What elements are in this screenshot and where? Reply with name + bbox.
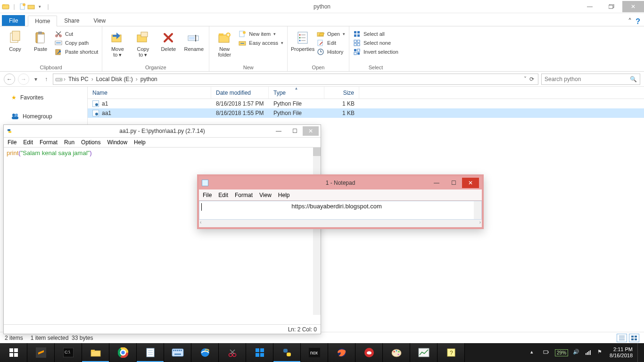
idle-menu-options[interactable]: Options <box>81 139 100 146</box>
paste-shortcut-button[interactable]: Paste shortcut <box>55 48 98 56</box>
address-dropdown-icon[interactable]: ˅ <box>524 76 527 82</box>
tab-file[interactable]: File <box>2 15 25 26</box>
taskbar-sublime[interactable] <box>27 343 55 362</box>
idle-menu-window[interactable]: Window <box>107 139 127 146</box>
idle-minimize-button[interactable]: — <box>271 126 287 136</box>
taskbar-osk[interactable] <box>164 343 191 362</box>
copy-path-button[interactable]: Copy path <box>55 39 98 47</box>
notepad-minimize-button[interactable]: — <box>428 178 445 188</box>
idle-scrollbar[interactable] <box>313 148 321 315</box>
start-button[interactable] <box>0 343 27 362</box>
search-icon[interactable]: 🔍 <box>630 76 637 82</box>
col-modified[interactable]: Date modified <box>211 87 269 99</box>
select-all-button[interactable]: Select all <box>353 30 398 38</box>
easy-access-button[interactable]: Easy access <box>239 39 283 47</box>
taskbar-taskmgr[interactable] <box>410 343 438 362</box>
taskbar-firefox[interactable] <box>328 343 355 362</box>
tray-battery[interactable]: 29% <box>555 349 568 356</box>
idle-scroll-thumb[interactable] <box>313 148 321 156</box>
up-button[interactable]: ↑ <box>42 76 50 82</box>
file-row[interactable]: aa1 8/16/2018 1:55 PM Python File 1 KB <box>88 108 644 118</box>
search-input[interactable] <box>545 76 630 82</box>
open-button[interactable]: Open <box>317 30 345 38</box>
taskbar-sticky[interactable]: ? <box>438 343 465 362</box>
refresh-icon[interactable]: ⟳ <box>529 76 534 82</box>
tray-network-icon[interactable] <box>585 349 593 356</box>
notepad-titlebar[interactable]: 1 - Notepad — ☐ ✕ <box>199 176 482 189</box>
minimize-button[interactable]: — <box>579 1 601 12</box>
np-menu-file[interactable]: File <box>203 192 212 198</box>
taskbar-explorer[interactable] <box>82 343 109 362</box>
cut-button[interactable]: Cut <box>55 30 98 38</box>
properties-button[interactable]: Properties <box>291 28 314 52</box>
invert-selection-button[interactable]: Invert selection <box>353 48 398 56</box>
explorer-titlebar[interactable]: | ▾ | python — ✕ <box>0 0 644 13</box>
rename-button[interactable]: Rename <box>182 28 205 52</box>
copy-to-button[interactable]: Copy to ▾ <box>132 28 154 58</box>
ribbon-collapse-icon[interactable]: ˄ <box>628 17 632 26</box>
tray-clock[interactable]: 2:11 PM 8/16/2018 <box>610 346 633 359</box>
new-folder-button[interactable]: New folder <box>213 28 236 58</box>
paste-button[interactable]: Paste <box>29 28 52 52</box>
np-menu-view[interactable]: View <box>259 192 272 198</box>
taskbar-snip[interactable] <box>219 343 246 362</box>
idle-menu-run[interactable]: Run <box>64 139 74 146</box>
idle-menu-edit[interactable]: Edit <box>23 139 33 146</box>
new-doc-icon[interactable] <box>19 3 26 10</box>
np-menu-edit[interactable]: Edit <box>218 192 228 198</box>
edit-button[interactable]: Edit <box>317 39 345 47</box>
taskbar-chrome[interactable] <box>109 343 137 362</box>
forward-button[interactable]: → <box>18 74 29 85</box>
idle-maximize-button[interactable]: ☐ <box>287 126 303 136</box>
taskbar-cmd[interactable]: C:\ <box>55 343 82 362</box>
search-box[interactable]: 🔍 <box>541 74 640 85</box>
taskbar-paint[interactable] <box>383 343 410 362</box>
breadcrumb[interactable]: › This PC › Local Disk (E:) › python ˅ ⟳ <box>53 74 538 85</box>
notepad-maximize-button[interactable]: ☐ <box>445 178 462 188</box>
idle-titlebar[interactable]: aa1.py - E:\python\aa1.py (2.7.14) — ☐ ✕ <box>4 125 321 137</box>
back-button[interactable]: ← <box>4 74 15 85</box>
breadcrumb-seg-1[interactable]: Local Disk (E:) <box>94 76 135 82</box>
np-menu-help[interactable]: Help <box>278 192 290 198</box>
idle-window[interactable]: aa1.py - E:\python\aa1.py (2.7.14) — ☐ ✕… <box>3 124 321 334</box>
move-to-button[interactable]: Move to ▾ <box>106 28 129 58</box>
file-row[interactable]: a1 8/16/2018 1:57 PM Python File 1 KB <box>88 99 644 108</box>
restore-button[interactable] <box>601 1 622 12</box>
idle-close-button[interactable]: ✕ <box>303 126 319 136</box>
tray-flag-icon[interactable]: ⚑ <box>597 349 605 356</box>
recent-locations-button[interactable]: ▾ <box>32 76 40 82</box>
history-button[interactable]: History <box>317 48 345 56</box>
notepad-vscroll[interactable] <box>474 201 481 219</box>
notepad-close-button[interactable]: ✕ <box>462 178 479 188</box>
col-size[interactable]: Size <box>324 87 359 99</box>
qat-dropdown-icon[interactable]: ▾ <box>36 3 43 10</box>
delete-button[interactable]: Delete <box>157 28 180 52</box>
col-name[interactable]: Name <box>88 87 211 99</box>
nav-favorites[interactable]: ★Favorites <box>5 92 83 103</box>
idle-menu-help[interactable]: Help <box>134 139 146 146</box>
tray-overflow-icon[interactable]: ▴ <box>530 349 538 356</box>
tab-home[interactable]: Home <box>28 16 57 26</box>
notepad-hscroll[interactable]: ‹› <box>199 220 482 227</box>
help-icon[interactable]: ? <box>636 17 640 26</box>
col-type[interactable]: ▲Type <box>269 87 324 99</box>
idle-menu-file[interactable]: File <box>8 139 17 146</box>
breadcrumb-seg-0[interactable]: This PC <box>66 76 91 82</box>
tab-share[interactable]: Share <box>57 15 86 26</box>
breadcrumb-seg-2[interactable]: python <box>139 76 159 82</box>
select-none-button[interactable]: Select none <box>353 39 398 47</box>
taskbar-python[interactable] <box>273 343 301 362</box>
notepad-editor[interactable]: https://buayaberdiri.blogspot.com <box>199 201 482 220</box>
taskbar-nox[interactable]: nox <box>301 343 328 362</box>
taskbar-defender[interactable] <box>246 343 273 362</box>
copy-button[interactable]: Copy <box>4 28 26 52</box>
np-menu-format[interactable]: Format <box>235 192 253 198</box>
view-large-icon[interactable] <box>629 334 639 342</box>
show-desktop-button[interactable] <box>637 343 640 362</box>
tray-power-icon[interactable] <box>543 349 550 356</box>
tab-view[interactable]: View <box>86 15 113 26</box>
idle-menu-format[interactable]: Format <box>40 139 58 146</box>
view-details-icon[interactable] <box>617 334 627 342</box>
nav-homegroup[interactable]: Homegroup <box>5 111 83 122</box>
new-item-button[interactable]: New item <box>239 30 283 38</box>
